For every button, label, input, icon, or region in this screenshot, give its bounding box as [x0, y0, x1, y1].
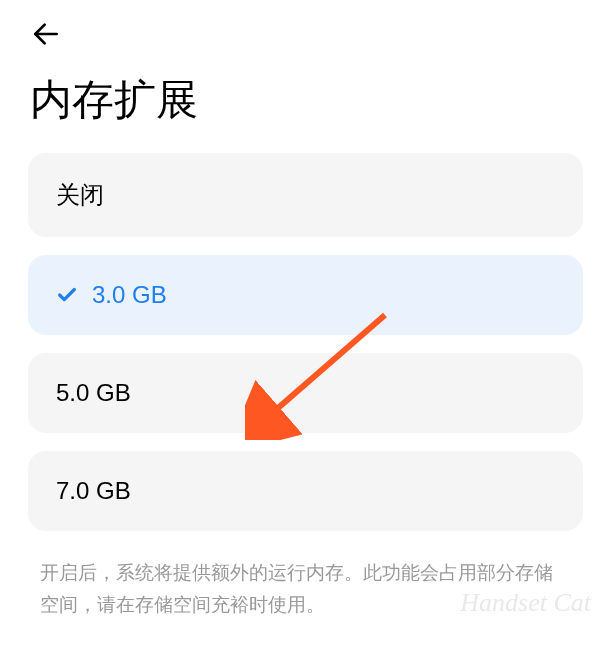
- option-label: 3.0 GB: [92, 281, 167, 309]
- options-list: 关闭 3.0 GB 5.0 GB 7.0 GB: [0, 153, 611, 531]
- option-off[interactable]: 关闭: [28, 153, 583, 237]
- option-3gb[interactable]: 3.0 GB: [28, 255, 583, 335]
- option-label: 5.0 GB: [56, 379, 131, 407]
- check-icon: [56, 284, 78, 306]
- option-label: 7.0 GB: [56, 477, 131, 505]
- option-5gb[interactable]: 5.0 GB: [28, 353, 583, 433]
- footer-note: 开启后，系统将提供额外的运行内存。此功能会占用部分存储空间，请在存储空间充裕时使…: [0, 549, 611, 630]
- page-title: 内存扩展: [0, 54, 611, 153]
- option-label: 关闭: [56, 179, 104, 211]
- back-icon[interactable]: [30, 18, 62, 54]
- option-7gb[interactable]: 7.0 GB: [28, 451, 583, 531]
